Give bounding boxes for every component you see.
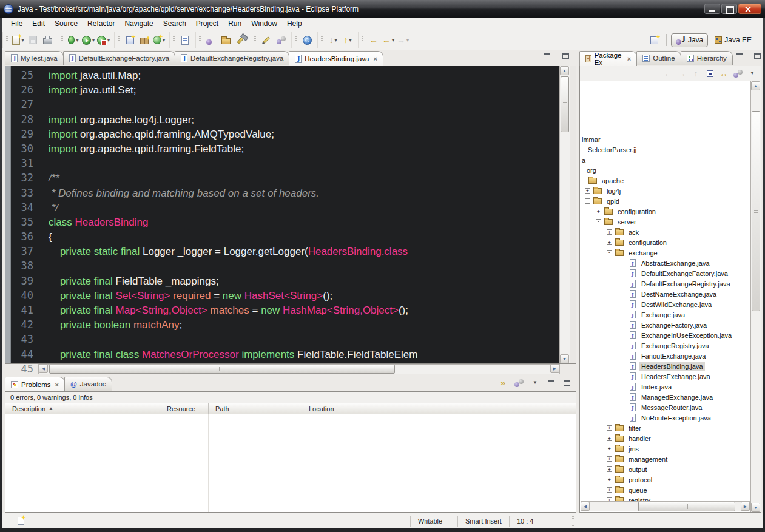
code-line[interactable]: private final Map<String,Object> matches… [38, 303, 559, 317]
editor-tab-defaultexchangefactory-java[interactable]: DefaultExchangeFactory.java [63, 51, 175, 65]
scroll-right-icon[interactable]: ▶ [550, 364, 559, 373]
scroll-up-icon[interactable]: ▲ [560, 66, 569, 75]
explorer-tab-package-ex[interactable]: Package Ex× [579, 51, 637, 66]
editor-tab-mytest-java[interactable]: MyTest.java [5, 51, 64, 65]
tree-item-filter[interactable]: +filter [580, 423, 750, 433]
previous-annotation-button[interactable]: ↑▾ [340, 33, 355, 47]
debug-dropdown-icon[interactable]: ▾ [76, 38, 78, 43]
open-resource-button[interactable] [218, 33, 233, 47]
code-line[interactable]: import java.util.Map; [38, 68, 559, 82]
expand-icon[interactable]: + [607, 456, 612, 462]
close-window-button[interactable] [738, 4, 761, 14]
maximize-editor-button[interactable] [558, 49, 573, 63]
line-number-ruler[interactable]: 2526272829303132333435363738394041424344… [11, 66, 38, 363]
code-line[interactable] [38, 258, 559, 273]
tree-item-messagerouter-java[interactable]: MessageRouter.java [580, 402, 750, 412]
filter-button[interactable]: » [497, 377, 509, 389]
scroll-right-icon[interactable]: ▶ [741, 502, 750, 511]
code-line[interactable]: { [38, 362, 559, 363]
title-bar[interactable]: Java - Test/broker/src/main/java/org/apa… [0, 0, 765, 18]
code-line[interactable]: class HeadersBinding [38, 215, 559, 229]
tree-item-output[interactable]: +output [580, 464, 750, 474]
maximize-view-button[interactable] [750, 49, 765, 63]
expand-icon[interactable]: + [607, 240, 612, 245]
collapse-all-button[interactable] [704, 67, 716, 79]
tree-item-server[interactable]: -server [580, 217, 750, 227]
tree-item-management[interactable]: +management [580, 454, 750, 464]
editor-tab-headersbinding-java[interactable]: HeadersBinding.java× [289, 51, 383, 66]
menu-navigate[interactable]: Navigate [120, 18, 158, 29]
scroll-down-icon[interactable]: ▼ [751, 503, 760, 512]
tree-item-immar[interactable]: immar [580, 134, 750, 144]
close-tab-icon[interactable]: × [627, 55, 631, 62]
forward-button[interactable]: → [676, 67, 688, 79]
tree-item-defaultexchangefactory-java[interactable]: DefaultExchangeFactory.java [580, 268, 750, 278]
tree-item-destwildexchange-java[interactable]: DestWildExchange.java [580, 299, 750, 309]
expand-icon[interactable]: + [596, 209, 601, 214]
tree-item-headersbinding-java[interactable]: HeadersBinding.java [580, 361, 750, 371]
tree-item-norouteexception-java[interactable]: NoRouteException.java [580, 412, 750, 423]
code-line[interactable]: private final Set<String> required = new… [38, 288, 559, 303]
scroll-left-icon[interactable]: ◀ [39, 364, 48, 373]
tree-item-protocol[interactable]: +protocol [580, 474, 750, 485]
status-grip[interactable] [572, 516, 574, 526]
tree-item-queue[interactable]: +queue [580, 485, 750, 495]
code-text-area[interactable]: import java.util.Map;import java.util.Se… [38, 66, 559, 363]
occurrences-button[interactable] [274, 33, 288, 47]
minimize-view-button[interactable] [545, 377, 557, 389]
column-header-resource[interactable]: Resource [160, 403, 209, 414]
code-line[interactable]: /** [38, 170, 559, 185]
tree-item-abstractexchange-java[interactable]: AbstractExchange.java [580, 258, 750, 268]
menu-refactor[interactable]: Refactor [83, 18, 120, 29]
fast-view-button[interactable] [13, 514, 28, 528]
maximize-view-button[interactable] [561, 377, 573, 389]
menu-project[interactable]: Project [191, 18, 223, 29]
previous-annotation-dropdown-icon[interactable]: ▾ [349, 38, 352, 43]
annotation-ruler[interactable] [5, 66, 11, 363]
expand-icon[interactable]: + [607, 466, 612, 472]
back-button[interactable]: ← [662, 67, 674, 79]
explorer-tab-outline[interactable]: Outline [636, 51, 681, 65]
code-line[interactable] [38, 332, 559, 346]
tree-item-managedexchange-java[interactable]: ManagedExchange.java [580, 392, 750, 402]
perspective-java-ee[interactable]: Java EE [710, 33, 757, 47]
back-button[interactable]: ←▾ [381, 33, 396, 47]
focus-button[interactable] [513, 377, 525, 389]
debug-button[interactable]: ▾ [66, 33, 81, 47]
expand-icon[interactable]: + [607, 487, 612, 493]
tree-item-a[interactable]: a [580, 155, 750, 165]
tree-item-ack[interactable]: +ack [580, 227, 750, 237]
code-line[interactable]: * Defines binding and matching based on … [38, 186, 559, 200]
tree-item-headersexchange-java[interactable]: HeadersExchange.java [580, 371, 750, 382]
editor-vscroll-thumb[interactable] [561, 76, 569, 132]
close-tab-icon[interactable]: × [55, 381, 59, 388]
view-menu-button[interactable]: ▼ [529, 377, 541, 389]
editor-horizontal-scrollbar[interactable]: ◀ ▶ [38, 364, 560, 374]
menu-edit[interactable]: Edit [27, 18, 50, 29]
tree-item-exchangeregistry-java[interactable]: ExchangeRegistry.java [580, 340, 750, 351]
code-editor[interactable]: 2526272829303132333435363738394041424344… [5, 66, 576, 364]
code-line[interactable]: private final class MatchesOrProcessor i… [38, 347, 559, 362]
tree-item-exchangeinuseexception-java[interactable]: ExchangeInUseException.java [580, 330, 750, 340]
scroll-left-icon[interactable]: ◀ [581, 502, 590, 511]
tree-item-org[interactable]: org [580, 165, 750, 175]
open-type-button[interactable] [204, 33, 218, 47]
explorer-tab-hierarchy[interactable]: Hierarchy [681, 51, 733, 65]
tree-item-qpid[interactable]: -qpid [580, 196, 750, 206]
code-line[interactable]: import org.apache.qpid.framing.AMQTypedV… [38, 127, 559, 141]
forward-button[interactable]: →▾ [396, 33, 410, 47]
problems-tab-problems[interactable]: Problems× [5, 377, 65, 391]
code-line[interactable]: import java.util.Set; [38, 82, 559, 97]
code-line[interactable] [38, 97, 559, 112]
tree-item-fanoutexchange-java[interactable]: FanoutExchange.java [580, 351, 750, 361]
menu-help[interactable]: Help [282, 18, 307, 29]
new-java-element-button[interactable] [123, 33, 137, 47]
menu-run[interactable]: Run [223, 18, 246, 29]
expand-icon[interactable]: + [607, 477, 612, 482]
tree-item-configuration[interactable]: +configuration [580, 206, 750, 217]
editor-tab-defaultexchangeregistry-java[interactable]: DefaultExchangeRegistry.java [175, 51, 289, 65]
new-java-class-dropdown-icon[interactable]: ▾ [163, 38, 165, 43]
explorer-tree[interactable]: immarSelectorParser.jjaorgapache+log4j-q… [580, 81, 750, 512]
expand-icon[interactable]: + [585, 188, 590, 194]
search-button[interactable] [233, 33, 248, 47]
